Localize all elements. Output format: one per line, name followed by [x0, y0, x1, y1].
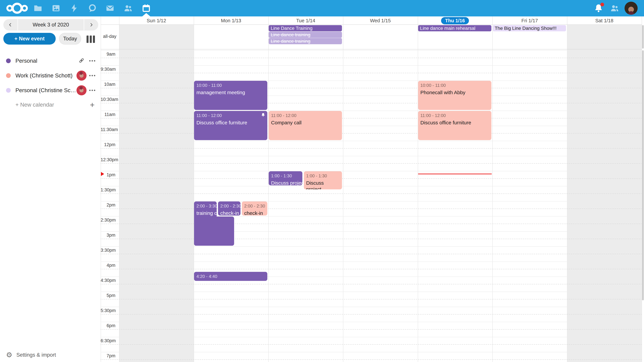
previous-week-button[interactable]	[3, 19, 18, 30]
event[interactable]: 1:00 - 1:30Discuss project announcement	[304, 171, 342, 189]
time-label: 7pm	[100, 353, 116, 359]
gear-icon: ⚙	[6, 350, 12, 360]
day-header[interactable]: Tue 1/14	[268, 16, 343, 25]
contacts-menu-icon[interactable]	[610, 3, 620, 13]
hour-line	[100, 201, 642, 201]
nextcloud-logo-icon[interactable]	[6, 2, 28, 14]
calendar-list-item[interactable]: Personal (Christine Scho...	[3, 85, 98, 96]
calendar-actions-menu[interactable]	[89, 90, 95, 91]
day-header[interactable]: Mon 1/13	[194, 16, 268, 25]
week-label: Week 3 of 2020	[18, 22, 84, 28]
event-time: 11:00 - 12:00	[420, 113, 489, 118]
all-day-event[interactable]: Line dance training	[269, 32, 342, 38]
event-title: Discuss office furniture	[196, 119, 265, 126]
event[interactable]: 4:20 - 4:40purchasing dept conversation	[194, 272, 267, 281]
grid-scrollbar-thumb[interactable]	[642, 50, 644, 300]
hour-line	[100, 111, 642, 111]
event[interactable]: 10:00 - 11:00management meeting	[194, 81, 267, 110]
user-avatar[interactable]	[624, 2, 638, 15]
hour-line	[100, 80, 642, 81]
calendar-color-dot	[6, 73, 11, 78]
share-link-icon[interactable]	[78, 57, 85, 64]
calendar-icon-active[interactable]	[142, 3, 151, 13]
day-header[interactable]: Thu 1/16	[418, 16, 492, 25]
activity-icon[interactable]	[69, 3, 79, 13]
time-label: 10:30am	[100, 97, 116, 102]
day-header[interactable]: Fri 1/17	[492, 16, 567, 25]
week-switcher: Week 3 of 2020	[3, 19, 98, 30]
calendar-list-item[interactable]: Personal	[3, 55, 98, 66]
photos-icon[interactable]	[51, 3, 61, 13]
column-border	[492, 16, 493, 362]
calendar-name: Personal (Christine Scho...	[16, 87, 76, 93]
all-day-event[interactable]: Line dance training	[269, 38, 342, 44]
hour-line	[100, 156, 642, 156]
event[interactable]: 11:00 - 12:00Company call	[269, 111, 342, 140]
contacts-icon[interactable]	[123, 3, 133, 13]
day-header[interactable]: Sat 1/18	[567, 16, 642, 25]
event[interactable]: 2:00 - 2:30check-in	[242, 201, 267, 216]
time-label: 12:30pm	[100, 157, 116, 162]
time-label: 9:30am	[100, 67, 116, 72]
mail-icon[interactable]	[105, 3, 115, 13]
time-label: 4pm	[100, 263, 116, 268]
current-time-line	[418, 174, 492, 174]
all-day-event[interactable]: Line dance main rehearsal	[418, 25, 492, 31]
new-calendar-button[interactable]: + New calendar +	[3, 100, 98, 110]
all-day-event[interactable]: The Big Line Dancing Show!!!	[493, 25, 566, 31]
calendar-list-item[interactable]: Work (Christine Schott)	[3, 70, 98, 81]
settings-import-button[interactable]: ⚙ Settings & import	[6, 350, 56, 360]
event-title: check-in	[220, 210, 238, 216]
day-header[interactable]: Sun 1/12	[119, 16, 194, 25]
event-time: 2:00 - 2:30	[244, 203, 265, 209]
time-label: 2:30pm	[100, 218, 116, 223]
event[interactable]: 11:00 - 12:00Discuss office furniture	[194, 111, 267, 140]
day-header[interactable]: Wed 1/15	[343, 16, 418, 25]
calendar-app: Week 3 of 2020 + New event Today Persona…	[0, 0, 644, 362]
settings-label: Settings & import	[16, 352, 56, 358]
column-border	[268, 16, 269, 362]
notifications-bell-icon[interactable]	[594, 3, 604, 13]
event[interactable]: 11:00 - 12:00Discuss office furniture	[418, 111, 492, 140]
event-title: check-in	[244, 210, 265, 216]
talk-icon[interactable]	[88, 3, 97, 13]
column-border	[567, 16, 567, 362]
hour-line	[100, 186, 642, 186]
next-week-button[interactable]	[84, 19, 98, 30]
hour-line	[100, 171, 642, 171]
day-header-label: Sun 1/12	[147, 18, 166, 23]
notification-dot	[600, 3, 604, 6]
quarter-line	[100, 178, 642, 179]
quarter-line	[100, 133, 642, 134]
day-header-label: Wed 1/15	[370, 18, 391, 23]
hour-line	[100, 216, 642, 217]
event[interactable]: 1:00 - 1:30Discuss project announcement	[269, 171, 302, 185]
event[interactable]: 2:00 - 3:30training call	[194, 201, 216, 246]
hour-line	[100, 352, 642, 352]
event[interactable]: 10:00 - 11:00Phonecall with Abby	[418, 81, 492, 110]
quarter-line	[100, 224, 642, 224]
calendar-actions-menu[interactable]	[89, 60, 95, 61]
quarter-line	[100, 269, 642, 269]
hour-line	[100, 95, 642, 96]
view-mode-toggle[interactable]	[86, 35, 95, 43]
files-icon[interactable]	[33, 3, 43, 13]
column-border	[119, 16, 120, 362]
quarter-line	[100, 359, 642, 360]
day-header-label: Tue 1/14	[296, 18, 315, 23]
all-day-event[interactable]: Line Dance Training	[269, 25, 342, 31]
event[interactable]: 2:00 - 2:30check-in	[218, 201, 240, 216]
calendar-actions-menu[interactable]	[89, 75, 95, 76]
now-indicator-arrow	[101, 172, 104, 176]
today-button[interactable]: Today	[59, 33, 81, 44]
event-title: Phonecall with Abby	[420, 89, 489, 95]
plus-icon: +	[90, 100, 94, 109]
quarter-line	[100, 88, 642, 88]
time-label: 3:30pm	[100, 248, 116, 253]
time-label: 2pm	[100, 202, 116, 208]
event-time: 4:20 - 4:40	[196, 274, 265, 279]
new-event-button[interactable]: + New event	[3, 33, 56, 44]
allday-scrollbar-thumb[interactable]	[642, 25, 644, 49]
quarter-line	[100, 299, 642, 300]
quarter-line	[100, 193, 642, 194]
